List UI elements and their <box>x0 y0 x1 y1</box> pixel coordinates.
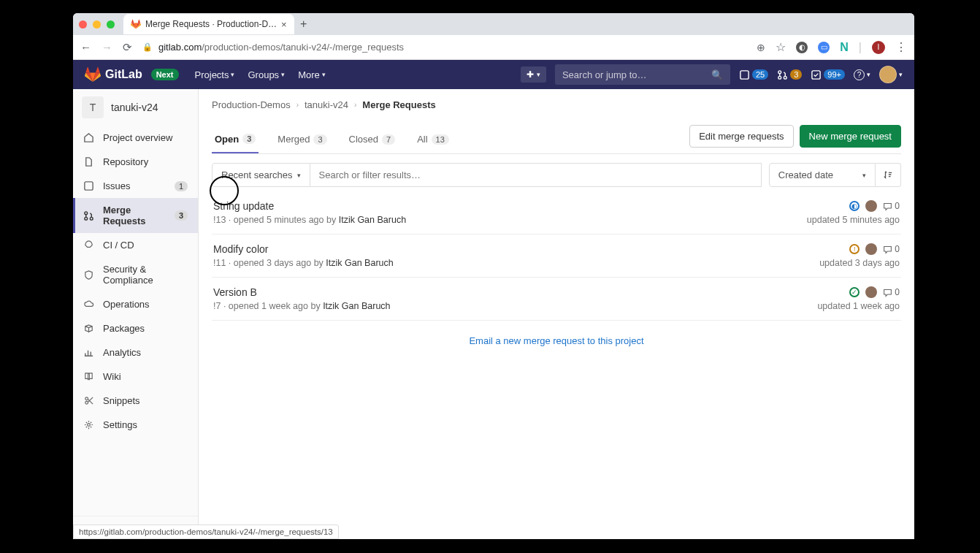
filter-input[interactable] <box>310 163 762 187</box>
help-button[interactable]: ?▾ <box>854 69 870 80</box>
reload-button[interactable]: ⟳ <box>123 41 132 54</box>
sidebar-item-merge-requests[interactable]: Merge Requests3 <box>73 198 198 233</box>
mr-item[interactable]: Version B !7 · opened 1 week ago by Itzi… <box>212 278 901 321</box>
sidebar-item-security[interactable]: Security & Compliance <box>73 257 198 292</box>
new-button[interactable]: ✚▾ <box>521 66 546 83</box>
sidebar-item-analytics[interactable]: Analytics <box>73 340 198 365</box>
mr-title[interactable]: Version B <box>213 286 391 298</box>
global-search[interactable]: Search or jump to… 🔍 <box>555 64 730 85</box>
sidebar-item-operations[interactable]: Operations <box>73 292 198 316</box>
comment-count[interactable]: 0 <box>883 201 900 211</box>
sort-dropdown[interactable]: Created date▾ <box>769 163 876 187</box>
svg-point-10 <box>85 397 88 400</box>
close-tab-icon[interactable]: × <box>281 19 287 30</box>
comment-icon <box>883 245 892 254</box>
pipeline-success-icon[interactable]: ✓ <box>849 287 860 297</box>
maximize-window-icon[interactable] <box>107 20 115 28</box>
lock-icon: 🔒 <box>142 42 153 52</box>
chevron-down-icon: ▾ <box>297 172 301 179</box>
sidebar-item-snippets[interactable]: Snippets <box>73 389 198 413</box>
forward-button[interactable]: → <box>102 41 112 53</box>
mr-title[interactable]: String update <box>213 200 406 212</box>
rocket-icon <box>83 240 94 251</box>
star-icon[interactable]: ☆ <box>776 40 786 54</box>
sidebar-item-overview[interactable]: Project overview <box>73 126 198 150</box>
sidebar-item-issues[interactable]: Issues1 <box>73 174 198 198</box>
extension-icon[interactable]: ◐ <box>796 42 808 53</box>
nav-projects[interactable]: Projects▾ <box>195 69 235 80</box>
gitlab-favicon-icon <box>131 19 141 29</box>
mr-title[interactable]: Modify color <box>213 243 394 255</box>
tab-title: Merge Requests · Production-D… <box>145 19 277 29</box>
svg-point-8 <box>90 217 93 220</box>
tab-open[interactable]: Open3 <box>212 126 259 153</box>
sidebar-item-wiki[interactable]: Wiki <box>73 365 198 389</box>
comment-count[interactable]: 0 <box>883 244 900 254</box>
chevron-down-icon: ▾ <box>281 71 285 78</box>
mr-item[interactable]: String update !13 · opened 5 minutes ago… <box>212 191 901 234</box>
chevron-down-icon: ▾ <box>867 71 870 78</box>
pipeline-running-icon[interactable]: ◐ <box>849 201 860 211</box>
new-mr-button[interactable]: New merge request <box>800 125 901 148</box>
breadcrumb-link[interactable]: Production-Demos <box>212 99 291 110</box>
extension-icon[interactable]: N <box>840 41 849 54</box>
recent-searches-dropdown[interactable]: Recent searches▾ <box>212 163 310 187</box>
todo-counter[interactable]: 99+ <box>811 69 845 80</box>
chevron-down-icon: ▾ <box>862 172 866 179</box>
mr-counter[interactable]: 3 <box>777 69 802 80</box>
comment-icon <box>883 202 892 211</box>
chevron-down-icon: ▾ <box>322 71 326 78</box>
sidebar-item-packages[interactable]: Packages <box>73 316 198 340</box>
back-button[interactable]: ← <box>80 41 91 53</box>
assignee-avatar[interactable] <box>865 286 877 298</box>
svg-point-7 <box>85 217 88 220</box>
new-tab-button[interactable]: + <box>294 18 313 31</box>
url-field[interactable]: 🔒 gitlab.com/production-demos/tanuki-v24… <box>142 42 746 53</box>
filter-bar: Recent searches▾ Created date▾ <box>212 163 901 187</box>
mr-meta: !11 · opened 3 days ago by Itzik Gan Bar… <box>213 258 394 268</box>
mr-updated: updated 1 week ago <box>817 301 900 311</box>
user-avatar-icon <box>879 66 897 83</box>
zoom-icon[interactable]: ⊕ <box>757 42 765 53</box>
breadcrumb: Production-Demos › tanuki-v24 › Merge Re… <box>212 99 901 110</box>
browser-tab-bar: Merge Requests · Production-D… × + <box>73 13 914 35</box>
breadcrumb-link[interactable]: tanuki-v24 <box>305 99 348 110</box>
gitlab-logo[interactable]: GitLab Next <box>85 66 179 83</box>
pipeline-warning-icon[interactable]: ! <box>849 244 860 254</box>
user-menu[interactable]: ▾ <box>879 66 903 83</box>
extension-icon[interactable]: ▭ <box>818 42 830 53</box>
sort-direction-button[interactable] <box>876 163 901 187</box>
mr-item[interactable]: Modify color !11 · opened 3 days ago by … <box>212 234 901 278</box>
nav-groups[interactable]: Groups▾ <box>248 69 285 80</box>
gear-icon <box>83 419 94 430</box>
tab-all[interactable]: All13 <box>414 126 452 152</box>
sidebar-item-repository[interactable]: Repository <box>73 150 198 174</box>
sidebar: T tanuki-v24 Project overview Repository… <box>73 89 199 539</box>
chevron-down-icon: ▾ <box>231 71 234 78</box>
email-mr-link[interactable]: Email a new merge request to this projec… <box>212 335 901 346</box>
gitlab-navbar: GitLab Next Projects▾ Groups▾ More▾ ✚▾ S… <box>73 60 914 89</box>
comment-count[interactable]: 0 <box>883 287 900 297</box>
tab-closed[interactable]: Closed7 <box>346 126 399 152</box>
nav-more[interactable]: More▾ <box>298 69 326 80</box>
svg-rect-5 <box>85 182 93 190</box>
address-bar: ← → ⟳ 🔒 gitlab.com/production-demos/tanu… <box>73 35 914 60</box>
browser-menu-icon[interactable]: ⋮ <box>895 40 907 54</box>
issues-counter[interactable]: 25 <box>739 69 768 80</box>
assignee-avatar[interactable] <box>865 243 877 255</box>
browser-tab[interactable]: Merge Requests · Production-D… × <box>123 14 294 34</box>
sidebar-item-cicd[interactable]: CI / CD <box>73 233 198 257</box>
sort-icon <box>883 169 893 180</box>
svg-point-6 <box>85 211 88 214</box>
project-header[interactable]: T tanuki-v24 <box>73 89 198 126</box>
svg-point-1 <box>778 70 781 73</box>
assignee-avatar[interactable] <box>865 200 877 212</box>
minimize-window-icon[interactable] <box>93 20 101 28</box>
edit-mr-button[interactable]: Edit merge requests <box>689 125 793 148</box>
plus-icon: ✚ <box>527 69 534 80</box>
profile-avatar[interactable]: I <box>872 41 885 54</box>
url-path: /production-demos/tanuki-v24/-/merge_req… <box>202 42 404 53</box>
sidebar-item-settings[interactable]: Settings <box>73 413 198 437</box>
close-window-icon[interactable] <box>79 20 87 28</box>
tab-merged[interactable]: Merged3 <box>275 126 329 152</box>
